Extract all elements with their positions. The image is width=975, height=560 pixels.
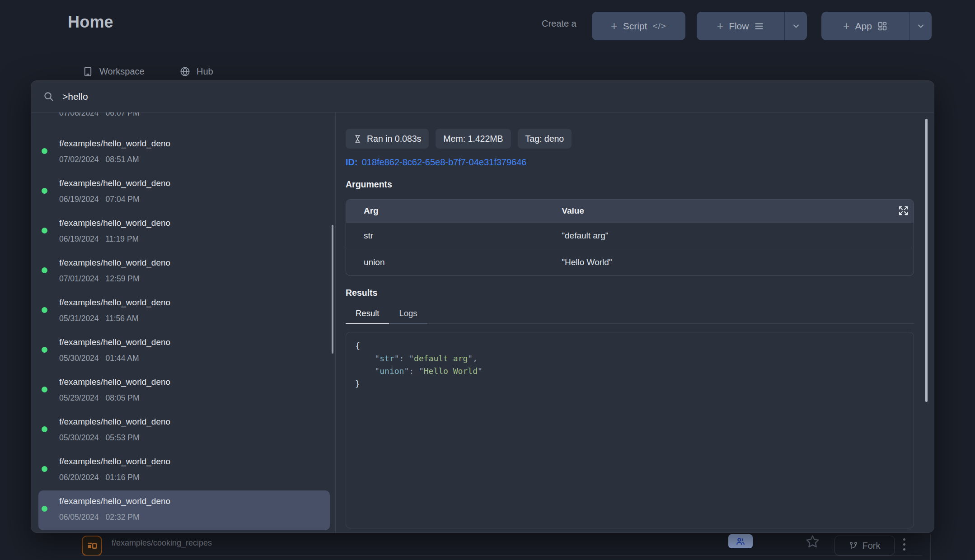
argument-name: union — [346, 257, 562, 267]
run-list-item[interactable]: f/examples/hello_world_deno05/30/202401:… — [31, 331, 335, 371]
run-datetime: 07/06/202406:07 PM — [59, 112, 140, 118]
run-list-item[interactable]: f/examples/hello_world_deno06/05/202402:… — [31, 490, 335, 530]
argument-value: "Hello World" — [562, 257, 914, 267]
flow-list-icon — [754, 21, 764, 31]
run-id-value[interactable]: 018fe862-8c62-65e8-b7f7-04e31f379646 — [362, 157, 527, 167]
memory-badge: Mem: 1.422MB — [436, 129, 511, 149]
detail-pane-scrollbar[interactable] — [925, 119, 928, 402]
argument-value: "default arg" — [562, 231, 914, 241]
search-bar[interactable]: >hello — [31, 81, 934, 112]
plus-icon: + — [717, 20, 724, 32]
cooking-recipes-app-icon — [82, 536, 102, 556]
success-status-dot — [42, 347, 47, 353]
run-datetime: 06/20/202401:16 PM — [59, 473, 140, 482]
create-app-button-group: + App — [821, 12, 932, 40]
run-list-item[interactable]: f/examples/hello_world_deno06/19/202411:… — [31, 212, 335, 252]
arguments-section-title: Arguments — [346, 179, 914, 190]
tab-workspace-label: Workspace — [99, 66, 145, 77]
shared-users-badge[interactable] — [728, 534, 753, 548]
run-id-row[interactable]: ID:018fe862-8c62-65e8-b7f7-04e31f379646 — [346, 157, 914, 168]
success-status-dot — [42, 426, 47, 432]
code-icon: </> — [652, 21, 666, 31]
success-status-dot — [42, 188, 47, 194]
search-icon — [43, 91, 54, 102]
runs-list-pane: 07/06/202406:07 PM f/examples/hello_worl… — [31, 112, 336, 532]
arguments-table-body: str"default arg"union"Hello World" — [346, 222, 914, 275]
run-datetime: 06/19/202411:19 PM — [59, 234, 139, 244]
chevron-down-icon — [916, 22, 925, 31]
run-path: f/examples/hello_world_deno — [59, 417, 170, 427]
run-path: f/examples/hello_world_deno — [59, 377, 170, 387]
results-tabs: Result Logs — [346, 308, 914, 324]
success-status-dot — [42, 506, 47, 512]
run-datetime: 05/30/202405:53 PM — [59, 433, 140, 443]
create-script-button[interactable]: + Script </> — [592, 12, 685, 40]
run-detail-pane: Ran in 0.083s Mem: 1.422MB Tag: deno ID:… — [336, 112, 934, 532]
tab-hub-label: Hub — [197, 66, 213, 77]
run-path: f/examples/hello_world_deno — [59, 258, 170, 268]
run-path: f/examples/hello_world_deno — [59, 457, 170, 467]
runtime-badge: Ran in 0.083s — [346, 129, 429, 149]
run-datetime: 06/19/202407:04 PM — [59, 195, 140, 204]
tag-badge: Tag: deno — [518, 129, 572, 149]
code-line: "str": "default arg", — [355, 352, 905, 365]
run-datetime: 07/02/202408:51 AM — [59, 155, 139, 164]
run-list-item-partial[interactable]: 07/06/202406:07 PM — [31, 112, 335, 133]
run-list-item[interactable]: f/examples/hello_world_deno06/19/202407:… — [31, 173, 335, 212]
run-path: f/examples/hello_world_deno — [59, 218, 170, 228]
run-list-item[interactable]: f/examples/hello_world_deno06/20/202401:… — [31, 451, 335, 490]
more-options-kebab-icon[interactable] — [903, 538, 905, 551]
run-list-item[interactable]: f/examples/hello_world_deno05/30/202405:… — [31, 411, 335, 451]
run-datetime: 05/30/202401:44 AM — [59, 354, 139, 363]
run-path: f/examples/hello_world_deno — [59, 178, 170, 188]
fork-button[interactable]: Fork — [834, 536, 895, 555]
run-path: f/examples/hello_world_deno — [59, 139, 170, 149]
run-list-item[interactable]: f/examples/hello_world_deno05/29/202408:… — [31, 371, 335, 411]
run-id-label: ID: — [346, 157, 358, 167]
create-flow-dropdown-button[interactable] — [784, 12, 807, 40]
arg-column-header: Arg — [346, 206, 562, 216]
expand-table-icon[interactable] — [898, 205, 909, 216]
success-status-dot — [42, 228, 47, 233]
fork-button-label: Fork — [862, 541, 881, 551]
search-input[interactable]: >hello — [62, 91, 88, 102]
page-title: Home — [68, 13, 113, 32]
create-a-label: Create a — [542, 19, 577, 29]
tab-workspace[interactable]: Workspace — [83, 66, 145, 77]
tab-result[interactable]: Result — [346, 308, 389, 324]
favorite-star-icon[interactable] — [806, 534, 820, 548]
results-section-title: Results — [346, 288, 914, 298]
run-path: f/examples/hello_world_deno — [59, 496, 170, 506]
git-branch-icon — [849, 541, 858, 550]
globe-icon — [180, 66, 190, 77]
tab-logs[interactable]: Logs — [389, 308, 427, 324]
run-list-item[interactable]: f/examples/hello_world_deno05/31/202411:… — [31, 292, 335, 331]
hourglass-icon — [353, 135, 362, 143]
run-badges: Ran in 0.083s Mem: 1.422MB Tag: deno — [346, 129, 914, 149]
run-datetime: 07/01/202412:59 PM — [59, 274, 140, 284]
bottom-divider — [81, 555, 922, 556]
argument-row: union"Hello World" — [346, 249, 914, 275]
create-app-dropdown-button[interactable] — [909, 12, 932, 40]
run-search-modal: >hello 07/06/202406:07 PM f/examples/hel… — [31, 80, 934, 533]
arguments-table-header: Arg Value — [346, 200, 914, 222]
run-list-item[interactable]: f/examples/hello_world_deno07/02/202408:… — [31, 133, 335, 173]
plus-icon: + — [611, 20, 618, 32]
code-line: { — [355, 340, 905, 352]
plus-icon: + — [843, 20, 850, 32]
run-datetime: 06/05/202402:32 PM — [59, 513, 140, 522]
success-status-dot — [42, 307, 47, 313]
run-datetime: 05/31/202411:56 AM — [59, 314, 138, 323]
success-status-dot — [42, 267, 47, 273]
code-line: } — [355, 378, 905, 390]
success-status-dot — [42, 387, 47, 392]
run-path: f/examples/hello_world_deno — [59, 298, 170, 308]
create-script-label: Script — [623, 21, 647, 32]
runs-list-scrollbar[interactable] — [332, 225, 333, 354]
tab-hub[interactable]: Hub — [180, 66, 213, 77]
run-list-item[interactable]: f/examples/hello_world_deno07/01/202412:… — [31, 252, 335, 292]
create-flow-button[interactable]: + Flow — [697, 12, 784, 40]
create-app-button[interactable]: + App — [821, 12, 909, 40]
run-datetime: 05/29/202408:05 PM — [59, 393, 140, 403]
code-line: "union": "Hello World" — [355, 365, 905, 378]
